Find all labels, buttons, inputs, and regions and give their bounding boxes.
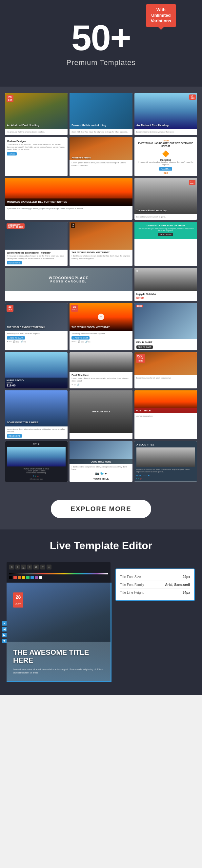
explore-more-button[interactable]: EXPLORE MORE bbox=[51, 500, 151, 518]
editor-left-panel: B I U ≡ ⇌ T ⌂ bbox=[6, 562, 110, 682]
template-card[interactable]: Post Title Here Lorem ipsum dolor sit am… bbox=[69, 352, 132, 389]
toolbar-item[interactable]: ⌂ bbox=[46, 564, 52, 569]
card-image: 2801 bbox=[69, 222, 132, 250]
editor-properties-panel: Title Font Size 24px Title Font Family A… bbox=[115, 568, 195, 601]
card-image: POSTTITLEHERE bbox=[134, 352, 197, 375]
panel-row-font-size: Title Font Size 24px bbox=[120, 573, 190, 581]
template-card[interactable]: THE POST TITLE bbox=[69, 391, 132, 439]
canvas-big-title: THE AWESOME TITLE HERE bbox=[13, 649, 104, 664]
card-image: WEDNESDAYMARCH 30, 2015 bbox=[5, 222, 68, 250]
template-card[interactable]: 174/23 An Abstract Post Heading Lorem do… bbox=[134, 93, 197, 135]
template-card[interactable]: 28OCT + THE 'WORLD ENDED' YESTERDAY Yest… bbox=[69, 303, 132, 350]
font-size-label: Title Font Size bbox=[120, 575, 141, 579]
template-card[interactable]: A BOLD TITLE Lorem ipsum dolor sit amet.… bbox=[134, 441, 197, 482]
templates-grid: 28OCT An Abstract Post Heading his price… bbox=[5, 93, 197, 482]
swatch-row bbox=[9, 576, 108, 579]
toolbar-item[interactable]: U bbox=[21, 564, 26, 569]
template-card[interactable]: WEDNESDAYMARCH 30, 2015 Weekend to be ex… bbox=[5, 222, 68, 266]
template-card[interactable]: TITLE if what what what call at whatLore… bbox=[5, 441, 68, 482]
template-card[interactable]: FROM EVERYTHING HAS BEAUTY, BUT NOT EVER… bbox=[134, 137, 197, 176]
color-swatch[interactable] bbox=[22, 576, 25, 579]
template-card[interactable]: 28OCT THE 'WORLD ENDED' YESTERDAY Yester… bbox=[5, 303, 68, 350]
toolbar-item[interactable]: ≡ bbox=[27, 564, 32, 569]
card-image: 174/23 The World Ended Yesterday bbox=[134, 178, 197, 214]
template-card[interactable]: SOME POST TITLE HERE Lorem ipsum dolor s… bbox=[5, 391, 68, 439]
card-image: 28OCT THE 'WORLD ENDED' YESTERDAY bbox=[5, 303, 68, 331]
canvas-arrow-right[interactable]: ▶ bbox=[2, 633, 6, 638]
toolbar-item[interactable]: ⇌ bbox=[33, 564, 39, 569]
line-height-value: 34px bbox=[183, 591, 190, 594]
editor-canvas: 28 OCT THE AWESOME TITLE HERE Lorem ipsu… bbox=[6, 583, 110, 681]
canvas-border-right bbox=[110, 583, 111, 682]
editor-title: Live Template Editor bbox=[6, 539, 196, 552]
editor-container: B I U ≡ ⇌ T ⌂ bbox=[6, 562, 196, 682]
card-image: Down with this sort of thing bbox=[69, 93, 132, 129]
color-swatch[interactable] bbox=[35, 576, 38, 579]
template-card[interactable]: KURIE SECCO $24.95 $19.00 bbox=[5, 352, 68, 389]
card-image: THE POST TITLE bbox=[69, 391, 132, 433]
template-card[interactable]: $49.00 DENIM SHIRT ADD TO CART bbox=[134, 303, 197, 350]
explore-section: EXPLORE MORE bbox=[0, 492, 202, 529]
card-image: MONDAYS CANCELLED TILL FURTHER NOTICE bbox=[5, 178, 133, 206]
card-image: KURIE SECCO $24.95 $19.00 bbox=[5, 352, 68, 389]
card-image bbox=[7, 447, 66, 466]
card-image: 174/23 An Abstract Post Heading bbox=[134, 93, 197, 129]
hero-badge: With Unlimited Variations bbox=[146, 4, 176, 27]
template-card[interactable]: MONDAYS CANCELLED TILL FURTHER NOTICE If… bbox=[5, 178, 133, 220]
template-card[interactable]: 2801 THE 'WORLD ENDED' YESTERDAY I don't… bbox=[69, 222, 132, 266]
color-swatch[interactable] bbox=[9, 576, 12, 579]
template-card[interactable]: Adventure Places Lorem ipsum dolor sit a… bbox=[69, 137, 132, 176]
template-card[interactable]: POST TITLE A short description bbox=[134, 391, 197, 439]
template-card[interactable]: WERCODINGPLACE POSTS CAROUSEL bbox=[5, 268, 133, 301]
card-image: 28OCT An Abstract Post Heading bbox=[5, 93, 68, 129]
canvas-date-box: 28 OCT bbox=[13, 592, 23, 608]
template-card[interactable]: Modern Designs Lorem ipsum dolor sit ame… bbox=[5, 137, 68, 176]
color-swatch[interactable] bbox=[26, 576, 30, 579]
color-swatch[interactable] bbox=[18, 576, 21, 579]
color-swatch[interactable] bbox=[31, 576, 34, 579]
line-height-label: Title Line Height bbox=[120, 591, 144, 594]
color-strip bbox=[9, 573, 108, 575]
card-image: COOL TITLE HERE bbox=[69, 441, 132, 464]
template-card[interactable]: COOL TITLE HERE I don't need to compromi… bbox=[69, 441, 132, 482]
toolbar-item[interactable]: B bbox=[9, 564, 14, 569]
canvas-arrow-left[interactable]: ◀ bbox=[2, 627, 6, 631]
templates-section: 28OCT An Abstract Post Heading his price… bbox=[0, 87, 202, 492]
panel-row-line-height: Title Line Height 34px bbox=[120, 589, 190, 596]
color-swatch[interactable] bbox=[39, 576, 42, 579]
card-image bbox=[69, 352, 132, 372]
editor-right-panel: Title Font Size 24px Title Font Family A… bbox=[115, 562, 195, 601]
font-family-label: Title Font Family bbox=[120, 583, 144, 587]
card-image: 28OCT + THE 'WORLD ENDED' YESTERDAY bbox=[69, 303, 132, 331]
template-card[interactable]: DOWN WITH THIS SORT OF THING Down with t… bbox=[134, 222, 197, 266]
template-card[interactable]: 28OCT An Abstract Post Heading his price… bbox=[5, 93, 68, 135]
card-image: Adventure Places bbox=[69, 137, 132, 160]
toolbar-item[interactable]: T bbox=[40, 564, 45, 569]
canvas-arrow-down[interactable]: ▼ bbox=[2, 639, 6, 643]
card-image: ★ bbox=[134, 268, 197, 291]
card-image bbox=[136, 447, 195, 467]
card-image: $49.00 bbox=[134, 303, 197, 339]
color-swatch[interactable] bbox=[13, 576, 17, 579]
canvas-arrow-up[interactable]: ▲ bbox=[2, 621, 6, 626]
template-card[interactable]: POSTTITLEHERE Lorem ipsum dolor sit amet… bbox=[134, 352, 197, 389]
card-image: POST TITLE bbox=[134, 391, 197, 413]
font-size-value: 24px bbox=[183, 575, 190, 579]
editor-canvas-wrap: ▲ ◀ ▶ ▼ 28 OCT THE AWESOME TITLE HERE Lo… bbox=[6, 583, 110, 682]
font-family-value: Arial, Sans-serif bbox=[165, 583, 190, 587]
toolbar-item[interactable]: I bbox=[15, 564, 19, 569]
template-card[interactable]: Down with this sort of thing down with t… bbox=[69, 93, 132, 135]
template-card[interactable]: ★ Ingryda Nutrisho $9.00 bbox=[134, 268, 197, 301]
panel-row-font-family: Title Font Family Arial, Sans-serif bbox=[120, 581, 190, 589]
hero-section: With Unlimited Variations 50+ Premium Te… bbox=[0, 0, 202, 87]
hero-subtitle: Premium Templates bbox=[6, 58, 196, 67]
canvas-border-bottom bbox=[6, 681, 110, 682]
template-card[interactable]: 174/23 The World Ended Yesterday I don't… bbox=[134, 178, 197, 220]
card-image: WERCODINGPLACE POSTS CAROUSEL bbox=[5, 268, 133, 291]
canvas-description: Lorem ipsum dolor sit amet, consectetur … bbox=[13, 668, 104, 675]
editor-toolbar: B I U ≡ ⇌ T ⌂ bbox=[6, 562, 110, 583]
card-image: SOME POST TITLE HERE bbox=[5, 391, 68, 427]
editor-section: Live Template Editor B I U ≡ ⇌ T ⌂ bbox=[0, 529, 202, 695]
